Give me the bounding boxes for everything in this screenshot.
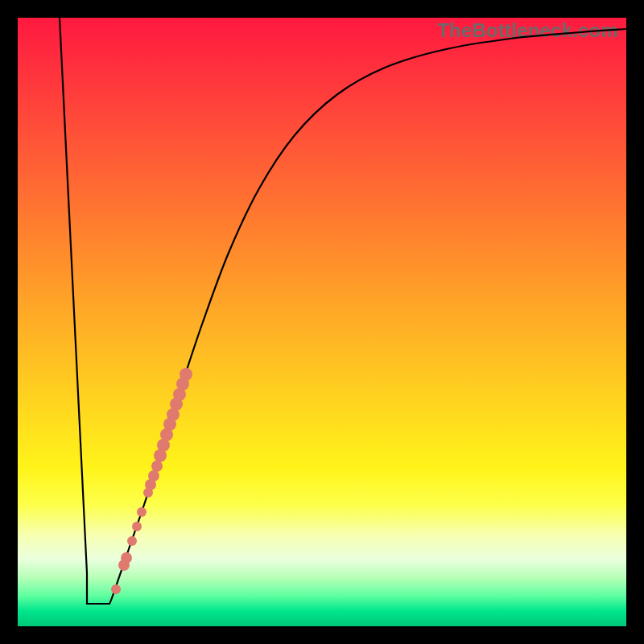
data-dot [137,507,147,517]
data-dot [180,368,192,381]
data-dot [148,470,159,481]
plot-area: TheBottleneck.com [18,18,626,626]
curve-dots [111,368,192,594]
curve-svg [18,18,626,626]
data-dot [121,552,132,564]
chart-frame: TheBottleneck.com [0,0,644,644]
data-dot [151,460,163,472]
data-dot [127,536,137,546]
data-dot [132,522,142,531]
data-dot [111,584,121,594]
